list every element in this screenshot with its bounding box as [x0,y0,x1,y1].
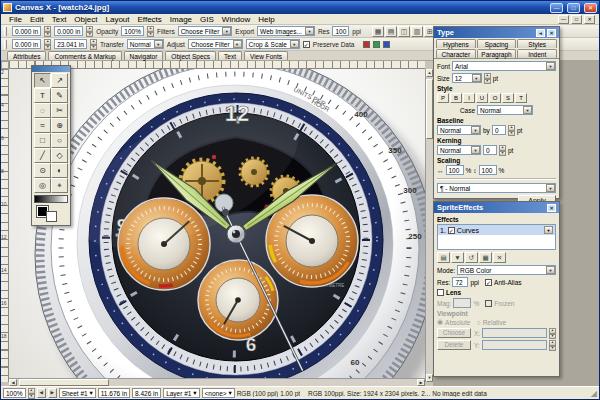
chevron-down-icon[interactable]: ▼ [471,126,480,134]
horizontal-scroll-thumb[interactable] [19,379,109,386]
sheet-selector[interactable]: Sheet #1 ▾ [59,388,96,398]
prev-page-icon[interactable]: ◀ [37,388,46,398]
red-channel-swatch[interactable] [363,41,370,48]
toolbar-grip[interactable] [4,27,7,36]
maximize-button[interactable]: □ [567,3,580,13]
palette-tab[interactable]: Comments & Markup [48,51,121,60]
wand-tool[interactable]: ⊕ [51,118,68,133]
chevron-down-icon[interactable]: ▼ [544,226,553,234]
baseline-stepper[interactable]: ▲▼ [508,125,515,135]
chevron-down-icon[interactable]: ▼ [471,146,480,154]
lens-checkbox[interactable] [437,289,444,296]
effect-action-button[interactable]: ▦ [479,252,492,263]
paragraph-style-combo[interactable]: ¶ - Normal▼ [437,183,556,193]
style-toggle-button[interactable]: O [489,93,501,103]
menu-item[interactable]: Effects [134,15,166,24]
select-tool[interactable]: ↖ [34,73,51,88]
chevron-down-icon[interactable]: ▼ [222,27,231,35]
scaling-v-field[interactable]: 100 [479,165,497,175]
palette-tab[interactable]: Navigator [124,51,164,60]
adjust-combo[interactable]: Choose Filter▼ [188,39,243,49]
viewpoint-y-field[interactable] [482,340,547,350]
scroll-down-icon[interactable]: ▼ [426,374,433,382]
type-tab[interactable]: Hyphens [436,39,476,48]
chevron-down-icon[interactable]: ▼ [546,62,555,70]
chevron-down-icon[interactable]: ▼ [233,40,242,48]
scissors-tool[interactable]: ✂ [51,103,68,118]
x-position-stepper[interactable]: ▲▼ [44,26,51,36]
ellipse-tool[interactable]: ○ [51,133,68,148]
opacity-field[interactable]: 100% [121,26,144,36]
background-color-swatch[interactable] [46,211,57,222]
chevron-down-icon[interactable]: ▼ [472,74,481,82]
frozen-checkbox[interactable] [485,300,492,307]
menu-item[interactable]: Layout [101,15,133,24]
scroll-right-icon[interactable]: ▶ [417,379,425,386]
chevron-down-icon[interactable]: ▼ [523,106,532,114]
ruler-origin-box[interactable] [1,61,9,69]
size-stepper[interactable]: ▲▼ [484,73,491,83]
green-channel-swatch[interactable] [373,41,380,48]
rectangle-tool[interactable]: □ [34,133,51,148]
y-stepper[interactable]: ▲▼ [549,340,556,350]
chevron-down-icon[interactable]: ▼ [154,40,163,48]
delete-button[interactable]: Delete [437,340,471,350]
menu-item[interactable]: Image [166,15,196,24]
preserve-data-checkbox[interactable]: ✓ [303,41,310,48]
menu-item[interactable]: Object [70,15,101,24]
menu-item[interactable]: File [5,15,26,24]
palette-tab[interactable]: Text [218,51,242,60]
chevron-down-icon[interactable]: ▼ [546,184,555,192]
pan-tool[interactable]: ⌖ [51,178,68,193]
y-position-field[interactable]: 0.000 in [54,26,83,36]
pen-tool[interactable]: ✎ [51,88,68,103]
mag-field[interactable] [453,298,471,308]
menu-item[interactable]: GIS [196,15,218,24]
zoom-tool[interactable]: ◎ [34,178,51,193]
transfer-combo[interactable]: Normal▼ [127,39,164,49]
export-combo[interactable]: Web Images...▼ [257,26,315,36]
resize-grip[interactable]: ◢ [591,389,597,398]
toolbar-grip[interactable] [4,40,7,49]
effect-action-button[interactable]: ▼ [451,252,464,263]
gradient-swatch[interactable] [34,195,68,203]
baseline-amount-field[interactable]: 0 [492,125,506,135]
toolbar-button[interactable]: ▤ [385,26,397,37]
close-icon[interactable]: ✕ [547,204,556,212]
scaling-h-field[interactable]: 100 [446,165,464,175]
res-field[interactable]: 100 [332,26,349,36]
doc-minimize-button[interactable]: — [558,15,569,24]
height-stepper[interactable]: ▲▼ [90,39,97,49]
y-position-stepper[interactable]: ▲▼ [86,26,93,36]
effect-action-button[interactable]: ↺ [465,252,478,263]
line-tool[interactable]: ╱ [34,148,51,163]
style-toggle-button[interactable]: U [476,93,488,103]
menu-item[interactable]: Help [254,15,278,24]
doc-close-button[interactable]: ✕ [584,15,595,24]
menu-item[interactable]: Text [48,15,71,24]
kerning-amount-field[interactable]: 0 [483,145,497,155]
style-toggle-button[interactable]: B [450,93,462,103]
type-tab[interactable]: Paragraph [477,49,517,58]
effect-enabled-checkbox[interactable]: ✓ [448,227,455,234]
effects-list[interactable]: 1. ✓ Curves ▼ [437,224,556,250]
type-tab[interactable]: Indent [517,49,557,58]
relative-radio[interactable]: ○ [476,319,480,326]
close-button[interactable]: ✕ [584,3,597,13]
absolute-radio[interactable]: ◉ [437,318,443,326]
close-icon[interactable]: ✕ [547,29,556,37]
direct-select-tool[interactable]: ↗ [51,73,68,88]
menu-item[interactable]: Edit [26,15,48,24]
choose-button[interactable]: Choose [437,328,471,338]
size-combo[interactable]: 12▼ [452,73,482,83]
anti-alias-checkbox[interactable]: ✓ [485,279,492,286]
crop-scale-combo[interactable]: Crop & Scale▼ [246,39,300,49]
sprite-panel-title-bar[interactable]: SpriteEffects ✕ [434,202,559,213]
horizontal-scrollbar[interactable]: ◀ ▶ [9,378,425,386]
style-toggle-button[interactable]: S [502,93,514,103]
fill-tool[interactable]: ◐ [51,163,68,178]
chevron-down-icon[interactable]: ▼ [290,40,299,48]
polygon-tool[interactable]: ◇ [51,148,68,163]
menu-item[interactable]: Window [218,15,254,24]
kerning-combo[interactable]: Normal▼ [437,145,481,155]
